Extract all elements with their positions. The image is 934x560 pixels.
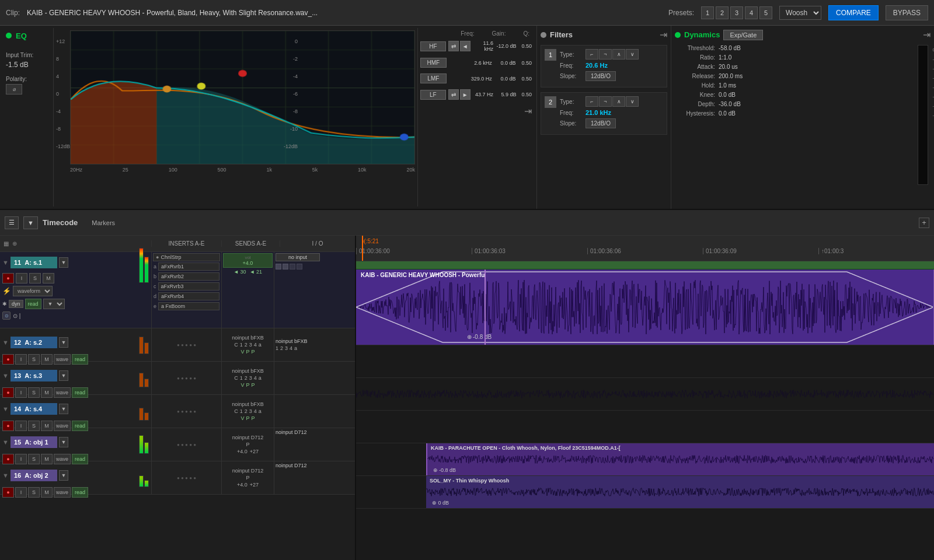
lmf-band-button[interactable]: LMF [420,74,447,83]
lf-band-button[interactable]: LF [420,90,446,100]
track13-inserts-dots: ● ● ● ● ● [152,362,222,394]
timeline-toggle-button[interactable]: ▼ [23,216,38,229]
hf-band-button[interactable]: HF [420,41,446,51]
track16-dropdown[interactable]: ▼ [59,470,68,481]
io-header: I / O [280,240,355,247]
lf-arrow-right[interactable]: ► [460,89,471,100]
track13-meter-l [139,373,144,387]
filter1-type-btn-4[interactable]: ∨ [626,49,639,60]
eq-expand-button[interactable]: ⇥ [524,106,532,117]
track11-matrix-btn[interactable] [297,264,302,270]
preset-btn-4[interactable]: 4 [745,6,758,19]
playhead-time: )(:5:21 [362,238,379,244]
filters-power-dot[interactable] [541,32,546,38]
track16-m-btn[interactable]: M [41,487,53,498]
filter2-type-btn-1[interactable]: ⌐ [586,96,598,107]
track11-input-btn[interactable]: I [16,273,27,284]
polarity-button[interactable]: ⌀ [6,84,22,94]
eq-y-label: 0 [56,85,70,103]
preset-btn-3[interactable]: 3 [730,6,743,19]
hf-swap-button[interactable]: ⇄ [448,41,459,51]
track11-view-select[interactable]: waveform [13,286,53,296]
eq-x-label: 500 [218,167,226,173]
track16-i-btn[interactable]: I [15,487,27,498]
track14-expand[interactable]: ▼ [2,405,9,412]
track16-read-btn[interactable]: read [72,487,88,498]
insert-aFxBoom[interactable]: a FxBoom [158,302,219,310]
dynamics-mode-btn[interactable]: Exp/Gate [723,30,763,40]
filter1-type-btn-1[interactable]: ⌐ [586,49,598,60]
dynamics-expand[interactable]: ⇥ [923,29,930,40]
track11-matrix-btn[interactable] [283,264,288,270]
insert-chnlstrp[interactable]: ChnlStrp [161,254,181,260]
preset-btn-1[interactable]: 1 [701,6,714,19]
track11-read-btn[interactable]: read [25,299,41,309]
track12-dropdown[interactable]: ▼ [59,337,68,348]
track15-waveform-canvas [427,443,934,475]
track11-mute-btn[interactable]: M [43,273,54,284]
q-header: Q: [523,30,529,37]
filter2-type-btn-2[interactable]: ¬ [599,96,612,107]
lf-swap-button[interactable]: ⇄ [448,89,459,100]
filter1-freq-label: Freq: [560,62,583,69]
track11-matrix-btn[interactable] [290,264,295,270]
timeline-menu-button[interactable]: ☰ [5,216,19,229]
track11-waveform-region[interactable]: KAIB - GENERIC HEAVY WHOOSH - Powerfu ⊕ … [356,270,934,345]
track13-dropdown[interactable]: ▼ [59,370,68,381]
track13-expand[interactable]: ▼ [2,372,9,379]
track14-dropdown[interactable]: ▼ [59,404,68,414]
track16-wave-btn[interactable]: wave [54,487,71,498]
eq-canvas[interactable] [70,30,415,164]
clip-name: KAIB - GENERIC HEAVY WHOOSH - Powerful, … [27,9,661,17]
track16-waveform-region[interactable]: SOL_MY - Thin Whispy Whoosh ⊕ 0 dB [426,476,934,508]
insert-aFxRvrb4[interactable]: aFxRvrb4 [158,292,219,300]
track11-pan-display: ◄ 30 ◄ 21 [223,269,273,275]
track11-rec-btn[interactable]: ● [2,273,14,284]
filter1-type-btn-2[interactable]: ¬ [599,49,612,60]
dynamics-power-dot[interactable] [675,32,681,38]
track16-expand[interactable]: ▼ [2,472,9,479]
track15-waveform-region[interactable]: KAIB - PARACHUTE OPEN - Cloth Whoosh, Ny… [426,443,934,475]
insert-aFxRvrb2[interactable]: aFxRvrb2 [158,272,219,281]
track11-expand-icon[interactable]: ▼ [2,259,9,266]
eq-y-label: -12dB [56,138,70,155]
filter2-slope-btn[interactable]: 12dB/O [586,118,616,128]
eq-power-dot[interactable] [6,33,12,38]
track15-expand[interactable]: ▼ [2,439,9,446]
compare-button[interactable]: COMPARE [828,5,879,20]
eq-x-label: 100 [169,167,177,173]
preset-btn-2[interactable]: 2 [716,6,729,19]
hmf-band-button[interactable]: HMF [420,58,447,68]
track11-solo-btn[interactable]: S [29,273,41,284]
track16-rec-btn[interactable]: ● [2,487,14,498]
track15-dropdown[interactable]: ▼ [59,437,68,447]
filter1-type-btn-3[interactable]: ∧ [612,49,625,60]
add-marker-button[interactable]: + [919,218,929,228]
markers-label: Markers [92,219,115,226]
filter2-type-btn-3[interactable]: ∧ [612,96,625,107]
track13-waveform-canvas [356,378,934,410]
preset-btn-5[interactable]: 5 [759,6,772,19]
hf-arrow-left[interactable]: ◄ [460,41,471,51]
track11-icon1[interactable]: ⊙ [2,312,11,320]
insert-aFxRvrb1[interactable]: aFxRvrb1 [158,262,219,271]
track11-read-select[interactable]: ▼ [43,299,65,309]
track11-dyn-btn[interactable]: dyn [9,300,23,308]
release-label: Release: [675,73,719,79]
polarity-label: Polarity: [6,76,50,82]
track16-s-btn[interactable]: S [28,487,40,498]
bypass-button[interactable]: BYPASS [886,5,928,20]
filter1-slope-btn[interactable]: 12dB/O [586,71,616,81]
filter2-type-btn-4[interactable]: ∨ [626,96,639,107]
filters-expand[interactable]: ⇥ [660,29,667,40]
filter2-freq-label: Freq: [560,110,583,116]
insert-aFxRvrb3[interactable]: aFxRvrb3 [158,282,220,290]
track15-timeline: KAIB - PARACHUTE OPEN - Cloth Whoosh, Ny… [356,443,934,476]
track11-name: 11 A: s.1 [11,257,57,268]
hf-freq: 11.6 kHz [473,40,493,52]
hold-val: 1.0 ms [719,82,736,89]
track11-dropdown[interactable]: ▼ [59,257,68,268]
track11-matrix-btn[interactable] [276,264,281,270]
woosh-select[interactable]: Woosh [779,6,821,20]
track12-expand[interactable]: ▼ [2,339,9,346]
